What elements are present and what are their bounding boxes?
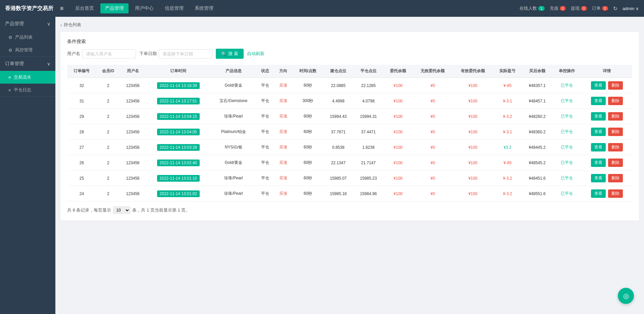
username-label: 用户名	[67, 51, 80, 57]
direction-tag: 买涨	[279, 129, 287, 134]
direction-tag: 买涨	[279, 114, 287, 119]
floating-button[interactable]: ◎	[618, 288, 634, 304]
delete-button[interactable]: 删除	[608, 174, 623, 182]
delete-button[interactable]: 删除	[608, 128, 623, 136]
delete-button[interactable]: 删除	[608, 81, 623, 90]
delete-button[interactable]: 删除	[608, 189, 623, 198]
cell-open-price: 4.4998	[323, 93, 353, 109]
cell-time-points: 60秒	[293, 124, 324, 140]
col-member-id: 会员ID	[96, 65, 120, 78]
delete-button[interactable]: 删除	[608, 112, 623, 121]
cell-valid-entrust: ¥100	[453, 140, 493, 155]
view-button[interactable]: 查看	[591, 174, 606, 182]
view-button[interactable]: 查看	[591, 189, 606, 198]
col-order-id: 订单编号	[67, 65, 96, 78]
cell-after-balance: ¥48357.1	[522, 78, 552, 93]
view-button[interactable]: 查看	[591, 97, 606, 105]
cell-time-points: 300秒	[293, 93, 324, 109]
cell-operation: 已平仓	[552, 109, 582, 124]
cell-member-id: 2	[96, 93, 120, 109]
col-open-price: 建仓点位	[323, 65, 353, 78]
stat-online-value: 1	[538, 6, 544, 11]
cell-username: 123456	[120, 171, 146, 186]
top-right-stats: 在线人数 1 充值 0 提现 0 订单 0 ↻ admin ∨	[519, 5, 639, 12]
delete-button[interactable]: 删除	[608, 97, 623, 105]
cell-invalid-entrust: ¥0	[413, 186, 453, 201]
sidebar-item-trade-flow-label: 交易流水	[14, 74, 31, 80]
cell-close-price: 1.6238	[353, 140, 384, 155]
cell-valid-entrust: ¥100	[453, 109, 493, 124]
nav-item-info[interactable]: 信息管理	[160, 3, 188, 13]
cell-order-id: 31	[67, 93, 96, 109]
top-navbar: 香港数字资产交易所 ≡ 后台首页 产品管理 用户中心 信息管理 系统管理 在线人…	[0, 0, 644, 17]
per-page-select[interactable]: 10 20 50 100	[113, 207, 130, 214]
auto-refresh-button[interactable]: 自动刷新	[247, 51, 264, 57]
sidebar-item-close-log[interactable]: ≡ 平仓日志	[0, 84, 55, 96]
status-tag: 平仓	[261, 129, 269, 134]
col-operation: 单控操作	[552, 65, 582, 78]
view-button[interactable]: 查看	[591, 112, 606, 121]
username-input[interactable]	[82, 49, 136, 58]
chevron-down-order-icon: ∨	[47, 61, 50, 66]
stat-withdraw: 提现 0	[571, 5, 587, 11]
search-button[interactable]: 🔍 搜 索	[216, 49, 244, 59]
sidebar-item-risk-label: 风控管理	[15, 47, 33, 53]
sidebar-section-product-header[interactable]: 产品管理 ∨	[0, 17, 55, 31]
sidebar-section-order-header[interactable]: 订单管理 ∨	[0, 57, 55, 71]
table-row: 27 2 123456 2022-11-14 13:03:28 NYS/白银 平…	[67, 140, 632, 155]
cell-actual-profit: ¥-85	[493, 78, 522, 93]
stat-online: 在线人数 1	[519, 5, 544, 11]
sidebar-item-trade-flow[interactable]: ≡ 交易流水	[0, 71, 55, 84]
delete-button[interactable]: 删除	[608, 143, 623, 151]
cell-entrust-balance: ¥100	[384, 155, 413, 171]
pagination-summary-text: 条，共 1 页当前显示第 1 页。	[132, 207, 190, 213]
cell-actual-profit: ¥-85	[493, 155, 522, 171]
cell-detail: 查看 删除	[582, 186, 632, 201]
datetime-badge: 2022-11-14 13:17:51	[157, 98, 200, 104]
nav-item-product[interactable]: 产品管理	[100, 3, 129, 13]
delete-button[interactable]: 删除	[608, 159, 623, 167]
menu-toggle-icon[interactable]: ≡	[60, 5, 64, 12]
nav-item-user[interactable]: 用户中心	[130, 3, 158, 13]
cell-member-id: 2	[96, 78, 120, 93]
col-detail: 详情	[582, 65, 632, 78]
view-button[interactable]: 查看	[591, 143, 606, 151]
cell-order-time: 2022-11-14 13:18:39	[146, 78, 211, 93]
cell-valid-entrust: ¥100	[453, 93, 493, 109]
status-tag: 平仓	[261, 160, 269, 165]
table-row: 26 2 123456 2022-11-14 13:02:40 Gold/黄金 …	[67, 155, 632, 171]
view-button[interactable]: 查看	[591, 81, 606, 90]
view-button[interactable]: 查看	[591, 159, 606, 167]
date-input[interactable]	[159, 49, 212, 58]
status-tag: 平仓	[261, 114, 269, 119]
cell-order-id: 24	[67, 186, 96, 201]
nav-item-system[interactable]: 系统管理	[190, 3, 218, 13]
cell-operation: 已平仓	[552, 155, 582, 171]
trade-flow-icon: ≡	[8, 75, 11, 80]
cell-open-price: 22.1347	[323, 155, 353, 171]
view-button[interactable]: 查看	[591, 128, 606, 136]
cell-direction: 买涨	[274, 140, 292, 155]
cell-username: 123456	[120, 78, 146, 93]
cell-time-points: 60秒	[293, 140, 324, 155]
col-status: 状态	[256, 65, 274, 78]
cell-invalid-entrust: ¥0	[413, 140, 453, 155]
cell-time-points: 60秒	[293, 186, 324, 201]
sidebar-item-product-list[interactable]: ⚙ 产品列表	[0, 31, 55, 44]
cell-member-id: 2	[96, 140, 120, 155]
cell-status: 平仓	[256, 186, 274, 201]
cell-time-points: 60秒	[293, 78, 324, 93]
stat-withdraw-label: 提现	[571, 5, 580, 11]
datetime-badge: 2022-11-14 13:04:15	[157, 113, 200, 120]
main-layout: 产品管理 ∨ ⚙ 产品列表 ⚙ 风控管理 订单管理 ∨ ≡ 交易流水 ≡	[0, 17, 644, 314]
date-field: 下单日期	[139, 49, 212, 58]
col-entrust-balance: 委托余额	[384, 65, 413, 78]
admin-label[interactable]: admin ∨	[623, 6, 639, 11]
close-log-icon: ≡	[8, 88, 11, 93]
cell-product: Platinum/铂金	[211, 124, 256, 140]
cell-time-points: 60秒	[293, 171, 324, 186]
nav-item-home[interactable]: 后台首页	[70, 3, 99, 13]
sidebar-item-risk[interactable]: ⚙ 风控管理	[0, 44, 55, 56]
cell-product: 珍珠/Pearl	[211, 171, 256, 186]
refresh-icon[interactable]: ↻	[613, 5, 617, 12]
